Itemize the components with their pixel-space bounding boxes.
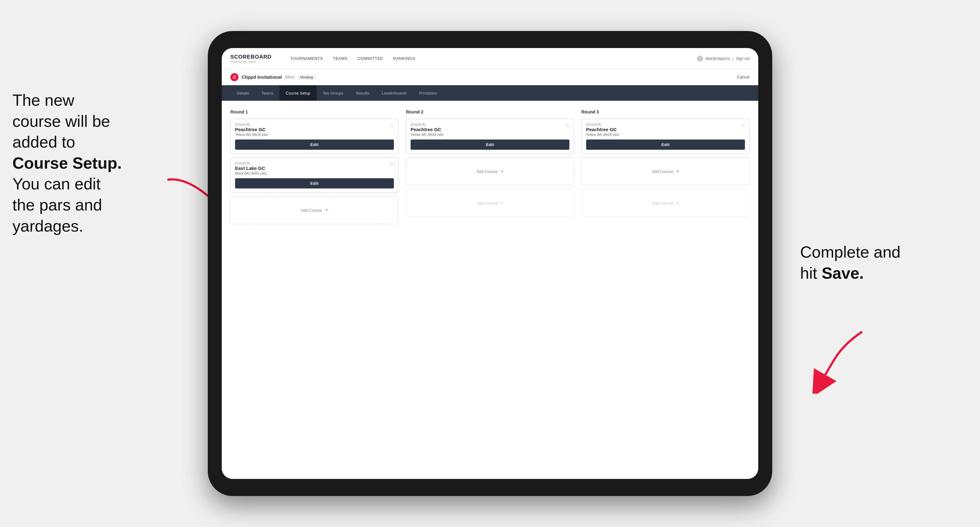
- round2-course-a-info: Yellow (M) (6629 yds): [410, 133, 570, 137]
- round-2-label: Round 2: [406, 110, 574, 114]
- tab-tee-groups[interactable]: Tee Groups: [317, 85, 350, 101]
- logo-sub: Powered by clippd: [231, 60, 272, 63]
- round-3-label: Round 3: [581, 110, 749, 114]
- nav-rankings[interactable]: RANKINGS: [393, 56, 415, 61]
- hosting-badge: Hosting: [298, 75, 315, 80]
- round-1-label: Round 1: [231, 110, 399, 114]
- round1-course-a-info: Yellow (M) (6629 yds): [235, 133, 394, 137]
- round2-course-a-card: □ (Course A) Peachtree GC Yellow (M) (66…: [406, 119, 574, 154]
- round2-add-course-active-button[interactable]: Add Course +: [406, 157, 574, 186]
- round3-course-a-edit-button[interactable]: Edit: [586, 140, 745, 150]
- nav-teams[interactable]: TEAMS: [333, 56, 347, 61]
- sub-tabs: Details Teams Course Setup Tee Groups Re…: [222, 85, 758, 101]
- round1-course-a-label: (Course A): [235, 123, 394, 126]
- round1-course-b-label: (Course B): [235, 162, 394, 165]
- tab-leaderboards[interactable]: Leaderboards: [375, 85, 413, 101]
- round1-course-a-edit-button[interactable]: Edit: [235, 140, 394, 150]
- nav-right: blair@clippd.io | Sign out: [697, 56, 749, 62]
- round2-course-a-label: (Course A): [410, 123, 570, 126]
- tab-course-setup[interactable]: Course Setup: [279, 85, 317, 101]
- arrow-right-icon: [781, 325, 875, 394]
- nav-tournaments[interactable]: TOURNAMENTS: [290, 56, 323, 61]
- round3-add-course-active-button[interactable]: Add Course +: [581, 157, 749, 186]
- user-avatar: [697, 56, 703, 62]
- round-2-column: Round 2 □ (Course A) Peachtree GC Yellow…: [406, 110, 574, 228]
- round-1-column: Round 1 □ (Course A) Peachtree GC Yellow…: [231, 110, 399, 228]
- tab-details[interactable]: Details: [231, 85, 255, 101]
- round1-add-course-button[interactable]: Add Course +: [231, 196, 399, 224]
- round2-course-a-delete-icon[interactable]: □: [565, 122, 571, 129]
- round1-course-b-edit-button[interactable]: Edit: [235, 178, 394, 189]
- round3-add-course-active-label: Add Course +: [652, 169, 679, 174]
- sign-out-link[interactable]: Sign out: [736, 56, 749, 61]
- round3-add-course-disabled: Add Course +: [581, 189, 749, 217]
- nav-committee[interactable]: COMMITTEE: [358, 56, 383, 61]
- tab-printables[interactable]: Printables: [413, 85, 443, 101]
- nav-links: TOURNAMENTS TEAMS COMMITTEE RANKINGS: [290, 56, 684, 61]
- tablet-frame: SCOREBOARD Powered by clippd TOURNAMENTS…: [208, 31, 772, 496]
- tablet-screen: SCOREBOARD Powered by clippd TOURNAMENTS…: [222, 48, 758, 479]
- round2-add-course-disabled: Add Course +: [406, 189, 574, 217]
- tournament-name: Clippd Invitational: [242, 75, 282, 80]
- round1-course-b-card: □ (Course B) East Lake GC Black (M) (689…: [231, 157, 399, 192]
- round2-plus-icon-active: +: [501, 169, 503, 174]
- round3-course-a-name: Peachtree GC: [586, 127, 745, 132]
- round3-plus-icon-active: +: [676, 169, 679, 174]
- round3-plus-icon-disabled: +: [676, 200, 679, 206]
- round2-course-a-name: Peachtree GC: [410, 127, 570, 132]
- round2-add-course-disabled-label: Add Course +: [476, 200, 504, 206]
- annotation-left: The new course will be added to Course S…: [13, 90, 186, 237]
- rounds-grid: Round 1 □ (Course A) Peachtree GC Yellow…: [231, 110, 749, 228]
- annotation-right: Complete and hit Save.: [800, 242, 961, 284]
- round3-add-course-disabled-label: Add Course +: [652, 200, 679, 206]
- tab-results[interactable]: Results: [350, 85, 375, 101]
- round3-course-a-delete-icon[interactable]: □: [740, 122, 746, 129]
- logo-scoreboard: SCOREBOARD: [231, 54, 272, 60]
- c-logo-icon: C: [231, 73, 239, 81]
- round3-course-a-info: Yellow (M) (6629 yds): [586, 133, 745, 137]
- round2-plus-icon-disabled: +: [501, 200, 503, 206]
- logo-area: SCOREBOARD Powered by clippd: [231, 54, 272, 63]
- round1-plus-icon: +: [325, 207, 328, 213]
- main-content: Round 1 □ (Course A) Peachtree GC Yellow…: [222, 101, 758, 479]
- round1-course-a-card: □ (Course A) Peachtree GC Yellow (M) (66…: [231, 119, 399, 154]
- round2-course-a-edit-button[interactable]: Edit: [410, 140, 570, 150]
- tournament-bar: C Clippd Invitational (Men) Hosting Canc…: [222, 69, 758, 85]
- round1-course-b-delete-icon[interactable]: □: [389, 161, 395, 167]
- gender-badge: (Men): [285, 75, 294, 79]
- round-3-column: Round 3 □ (Course A) Peachtree GC Yellow…: [581, 110, 749, 228]
- user-email: blair@clippd.io: [706, 56, 730, 61]
- round1-course-a-name: Peachtree GC: [235, 127, 394, 132]
- tab-teams[interactable]: Teams: [255, 85, 279, 101]
- round1-course-a-delete-icon[interactable]: □: [389, 122, 395, 129]
- round1-add-course-label: Add Course +: [301, 207, 328, 213]
- round1-course-b-name: East Lake GC: [235, 165, 394, 171]
- round3-course-a-card: □ (Course A) Peachtree GC Yellow (M) (66…: [581, 119, 749, 154]
- cancel-button[interactable]: Cancel: [737, 75, 749, 79]
- top-nav: SCOREBOARD Powered by clippd TOURNAMENTS…: [222, 48, 758, 69]
- tournament-title-area: C Clippd Invitational (Men) Hosting: [231, 73, 315, 81]
- round3-course-a-label: (Course A): [586, 123, 745, 126]
- separator: |: [732, 56, 733, 61]
- round2-add-course-active-label: Add Course +: [476, 169, 504, 174]
- round1-course-b-info: Black (M) (6891 yds): [235, 171, 394, 175]
